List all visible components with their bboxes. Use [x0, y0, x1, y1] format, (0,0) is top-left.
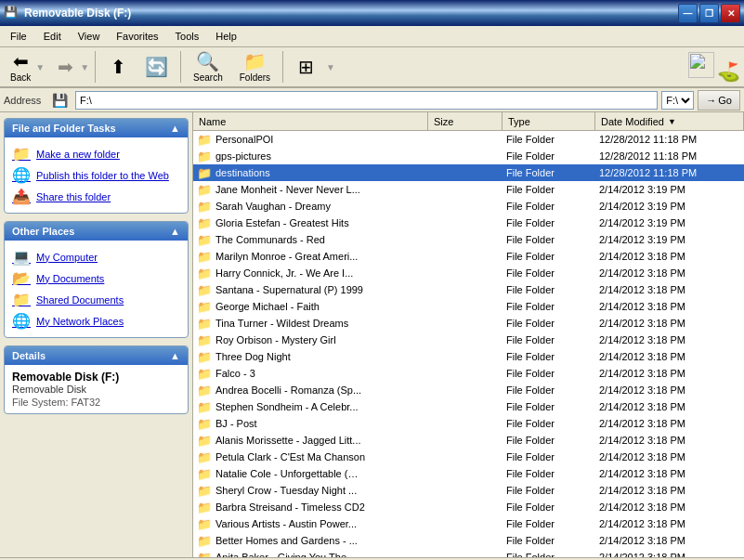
table-row[interactable]: 📁 Harry Connick, Jr. - We Are I... File …	[193, 265, 744, 281]
make-new-folder-item[interactable]: 📁 Make a new folder	[8, 143, 184, 164]
address-drive-icon: 💾	[52, 93, 68, 108]
file-type: File Folder	[503, 348, 595, 365]
file-name: Alanis Morissette - Jagged Litt...	[215, 435, 361, 446]
table-row[interactable]: 📁 Sheryl Crow - Tuesday Night ... File F…	[193, 482, 744, 499]
table-row[interactable]: 📁 Natalie Cole - Unforgettable (… File F…	[193, 465, 744, 482]
file-date: 2/14/2012 3:18 PM	[595, 398, 744, 415]
forward-button[interactable]: ➡	[48, 55, 82, 79]
table-row[interactable]: 📁 Tina Turner - Wildest Dreams File Fold…	[193, 315, 744, 332]
menu-favorites[interactable]: Favorites	[110, 28, 164, 45]
col-header-name[interactable]: Name	[193, 112, 428, 130]
file-type: File Folder	[503, 515, 595, 532]
table-row[interactable]: 📁 Various Artists - Austin Power... File…	[193, 515, 744, 532]
file-date: 12/28/2012 11:18 PM	[595, 148, 744, 164]
web-publish-icon: 🌐	[12, 166, 31, 184]
address-dropdown[interactable]: F:\	[661, 91, 694, 110]
up-button[interactable]: ⬆	[101, 55, 135, 79]
forward-icon: ➡	[58, 58, 73, 76]
back-arrow[interactable]: ▼	[35, 62, 45, 72]
file-folder-tasks-section: File and Folder Tasks ▲ 📁 Make a new fol…	[4, 118, 189, 214]
file-date: 2/14/2012 3:18 PM	[595, 465, 744, 482]
file-size	[428, 281, 503, 298]
file-size	[428, 532, 503, 549]
menu-edit[interactable]: Edit	[37, 28, 68, 45]
my-computer-item[interactable]: 💻 My Computer	[8, 246, 184, 267]
minimize-button[interactable]: —	[678, 4, 698, 23]
table-row[interactable]: 📁 Santana - Supernatural (P) 1999 File F…	[193, 281, 744, 298]
file-size	[428, 499, 503, 515]
refresh-button[interactable]: 🔄	[138, 55, 175, 79]
table-row[interactable]: 📁 Better Homes and Gardens - ... File Fo…	[193, 532, 744, 549]
file-size	[428, 449, 503, 465]
file-type: File Folder	[503, 148, 595, 164]
publish-folder-item[interactable]: 🌐 Publish this folder to the Web	[8, 164, 184, 186]
back-button[interactable]: ⬅ Back	[4, 49, 37, 85]
table-row[interactable]: 📁 Gloria Estefan - Greatest Hits File Fo…	[193, 215, 744, 231]
search-button[interactable]: 🔍 Search	[187, 49, 229, 85]
file-date: 2/14/2012 3:18 PM	[595, 499, 744, 515]
share-folder-item[interactable]: 📤 Share this folder	[8, 186, 184, 207]
table-row[interactable]: 📁 Barbra Streisand - Timeless CD2 File F…	[193, 499, 744, 515]
table-row[interactable]: 📁 Three Dog Night File Folder 2/14/2012 …	[193, 348, 744, 365]
left-panel: File and Folder Tasks ▲ 📁 Make a new fol…	[0, 112, 193, 557]
up-icon: ⬆	[111, 58, 126, 76]
table-row[interactable]: 📁 gps-pictures File Folder 12/28/2012 11…	[193, 148, 744, 164]
file-date: 2/14/2012 3:19 PM	[595, 181, 744, 198]
go-button[interactable]: → Go	[698, 90, 740, 111]
col-header-size[interactable]: Size	[428, 112, 503, 130]
table-row[interactable]: 📁 George Michael - Faith File Folder 2/1…	[193, 298, 744, 315]
file-folder-tasks-header[interactable]: File and Folder Tasks ▲	[5, 119, 188, 137]
file-name: Jane Monheit - Never Never L...	[215, 184, 360, 195]
table-row[interactable]: 📁 BJ - Post File Folder 2/14/2012 3:18 P…	[193, 415, 744, 432]
views-arrow[interactable]: ▼	[326, 62, 335, 72]
file-date: 2/14/2012 3:18 PM	[595, 449, 744, 465]
table-row[interactable]: 📁 Roy Orbison - Mystery Girl File Folder…	[193, 332, 744, 348]
file-size	[428, 164, 503, 181]
file-type: File Folder	[503, 415, 595, 432]
col-header-date[interactable]: Date Modified ▼	[595, 112, 744, 130]
file-type: File Folder	[503, 164, 595, 181]
file-type: File Folder	[503, 315, 595, 332]
title-icon: 💾	[4, 6, 19, 20]
folders-button[interactable]: 📁 Folders	[233, 49, 277, 85]
details-header[interactable]: Details ▲	[5, 346, 188, 365]
table-row[interactable]: 📁 Andrea Bocelli - Romanza (Sp... File F…	[193, 382, 744, 398]
close-button[interactable]: ✕	[721, 4, 740, 23]
table-row[interactable]: 📁 Stephen Sondheim - A Celebr... File Fo…	[193, 398, 744, 415]
file-size	[428, 248, 503, 265]
table-row[interactable]: 📁 Anita Baker - Giving You The ... File …	[193, 549, 744, 557]
menu-view[interactable]: View	[72, 28, 107, 45]
file-size	[428, 231, 503, 248]
folder-icon: 📁	[197, 317, 212, 331]
file-name: Petula Clark - C'Est Ma Chanson	[215, 451, 365, 462]
menu-help[interactable]: Help	[209, 28, 243, 45]
table-row[interactable]: 📁 The Communards - Red File Folder 2/14/…	[193, 231, 744, 248]
views-button[interactable]: ⊞	[289, 55, 322, 79]
file-size	[428, 398, 503, 415]
table-row[interactable]: 📁 Alanis Morissette - Jagged Litt... Fil…	[193, 432, 744, 449]
file-size	[428, 181, 503, 198]
table-row[interactable]: 📁 Falco - 3 File Folder 2/14/2012 3:18 P…	[193, 365, 744, 382]
file-type: File Folder	[503, 248, 595, 265]
table-row[interactable]: 📁 Sarah Vaughan - Dreamy File Folder 2/1…	[193, 198, 744, 215]
file-type: File Folder	[503, 131, 595, 148]
table-row[interactable]: 📁 Petula Clark - C'Est Ma Chanson File F…	[193, 449, 744, 465]
file-date: 2/14/2012 3:19 PM	[595, 231, 744, 248]
file-date: 12/28/2012 11:18 PM	[595, 164, 744, 181]
shared-documents-item[interactable]: 📁 Shared Documents	[8, 289, 184, 310]
table-row[interactable]: 📁 PersonalPOI File Folder 12/28/2012 11:…	[193, 131, 744, 148]
table-row[interactable]: 📁 destinations File Folder 12/28/2012 11…	[193, 164, 744, 181]
file-list-body[interactable]: 📁 PersonalPOI File Folder 12/28/2012 11:…	[193, 131, 744, 557]
menu-file[interactable]: File	[4, 28, 33, 45]
my-documents-item[interactable]: 📂 My Documents	[8, 267, 184, 289]
col-header-type[interactable]: Type	[503, 112, 595, 130]
go-arrow-icon: →	[706, 95, 716, 106]
other-places-header[interactable]: Other Places ▲	[5, 222, 188, 241]
my-network-places-item[interactable]: 🌐 My Network Places	[8, 310, 184, 332]
menu-tools[interactable]: Tools	[169, 28, 206, 45]
file-type: File Folder	[503, 382, 595, 398]
address-input[interactable]	[75, 91, 658, 110]
table-row[interactable]: 📁 Marilyn Monroe - Great Ameri... File F…	[193, 248, 744, 265]
restore-button[interactable]: ❐	[699, 4, 719, 23]
table-row[interactable]: 📁 Jane Monheit - Never Never L... File F…	[193, 181, 744, 198]
